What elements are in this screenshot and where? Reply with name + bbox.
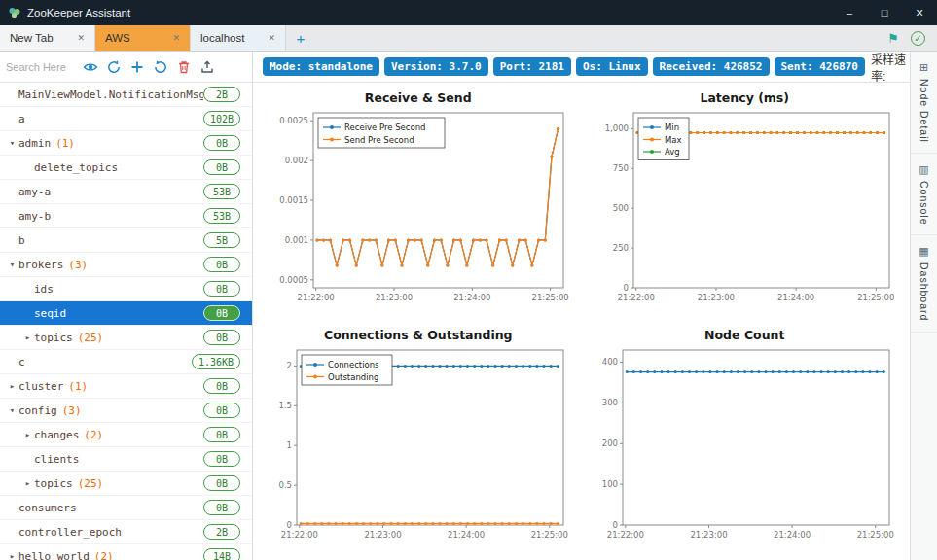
node-name: MainViewModel.NotificationMsg = e (18, 88, 203, 101)
size-badge: 102B (203, 111, 240, 126)
size-badge: 53B (203, 184, 240, 199)
svg-text:0: 0 (286, 519, 291, 529)
tree-row[interactable]: ▸cluster(1)0B (0, 374, 252, 399)
svg-text:1.5: 1.5 (278, 401, 292, 410)
node-name: admin (18, 137, 51, 150)
size-badge: 14B (203, 548, 240, 560)
tree-row[interactable]: a102B (0, 107, 252, 131)
close-icon[interactable]: ✕ (268, 33, 275, 43)
tree-row[interactable]: ▸changes(2)0B (0, 423, 252, 447)
sampling-rate-label: 采样速率: (871, 51, 908, 84)
app-window: ZooKeeper Assistant – □ ✕ New Tab ✕ AWS … (0, 0, 937, 560)
dashboard-panel: Mode: standaloneVersion: 3.7.0Port: 2181… (253, 52, 910, 560)
tree-row[interactable]: seqid0B (0, 301, 252, 326)
svg-text:21:24:00: 21:24:00 (448, 530, 485, 540)
delete-node-icon[interactable] (174, 57, 193, 76)
svg-text:750: 750 (613, 163, 629, 173)
tree-row[interactable]: controller_epoch2B (0, 520, 252, 544)
search-input[interactable] (6, 61, 76, 73)
check-glyph: ✓ (914, 33, 921, 44)
chart-plot: 02505007501,00021:22:0021:23:0021:24:002… (591, 107, 898, 313)
tab-console[interactable]: ▥ Console (911, 154, 937, 236)
svg-text:0.002: 0.002 (284, 156, 307, 165)
child-count: (3) (68, 259, 88, 271)
tree-row[interactable]: c1.36KB (0, 350, 252, 374)
svg-text:0.5: 0.5 (278, 479, 292, 489)
child-count: (25) (78, 332, 104, 344)
flag-icon[interactable]: ⚑ (887, 31, 899, 46)
window-title: ZooKeeper Assistant (27, 7, 130, 18)
svg-text:21:25:00: 21:25:00 (530, 530, 567, 540)
svg-text:21:25:00: 21:25:00 (857, 293, 894, 302)
minimize-button[interactable]: – (832, 0, 867, 25)
tree-row[interactable]: ids0B (0, 277, 252, 301)
tab-node-detail[interactable]: ⊞ Node Detail (911, 52, 937, 154)
node-name: ids (34, 283, 54, 296)
node-tree-panel: MainViewModel.NotificationMsg = e2Ba102B… (0, 52, 253, 560)
node-name: clients (34, 453, 79, 466)
size-badge: 0B (203, 330, 240, 345)
svg-text:21:24:00: 21:24:00 (453, 293, 490, 302)
chart-panel-1: Latency (ms)02505007501,00021:22:0021:23… (590, 90, 901, 316)
export-icon[interactable] (198, 57, 216, 76)
tree-row[interactable]: amy-a53B (0, 180, 252, 204)
tree-row[interactable]: ▸topics(25)0B (0, 326, 252, 350)
chevron-down-icon[interactable]: ▾ (6, 138, 18, 148)
svg-text:Max: Max (665, 135, 682, 145)
close-button[interactable]: ✕ (902, 0, 937, 25)
svg-text:Min: Min (665, 122, 679, 132)
tree-row[interactable]: delete_topics0B (0, 156, 252, 180)
tab-localhost[interactable]: localhost ✕ (191, 25, 286, 51)
chevron-right-icon[interactable]: ▸ (6, 551, 18, 560)
tree-row[interactable]: ▾config(3)0B (0, 399, 252, 423)
tree-row[interactable]: ▸hello_world(2)14B (0, 544, 252, 560)
tree-row[interactable]: amy-b53B (0, 204, 252, 228)
tab-new-tab[interactable]: New Tab ✕ (0, 25, 95, 51)
svg-text:200: 200 (602, 438, 618, 448)
tree-row[interactable]: b5B (0, 228, 252, 253)
svg-text:0.001: 0.001 (284, 235, 307, 245)
svg-text:21:23:00: 21:23:00 (698, 293, 735, 302)
status-badge: Os: Linux (576, 57, 648, 76)
size-badge: 1.36KB (192, 354, 240, 369)
eye-icon[interactable] (81, 57, 99, 76)
chevron-down-icon[interactable]: ▾ (6, 260, 18, 269)
refresh-icon[interactable] (104, 57, 123, 76)
chevron-right-icon[interactable]: ▸ (21, 430, 34, 439)
chevron-down-icon[interactable]: ▾ (6, 405, 18, 415)
maximize-button[interactable]: □ (867, 0, 902, 25)
node-name: a (18, 113, 25, 125)
svg-text:21:24:00: 21:24:00 (777, 293, 814, 302)
chart-title: Latency (ms) (700, 90, 789, 107)
status-badge: Sent: 426870 (775, 57, 865, 76)
node-name: controller_epoch (18, 526, 122, 539)
tab-dashboard[interactable]: ▦ Dashboard (911, 235, 937, 332)
tree-row[interactable]: ▾brokers(3)0B (0, 253, 252, 277)
add-tab-button[interactable]: + (286, 25, 315, 51)
node-name: delete_topics (34, 161, 118, 174)
node-name: topics (34, 477, 73, 490)
tree-row[interactable]: consumers0B (0, 496, 252, 520)
tree-row[interactable]: ▸topics(25)0B (0, 472, 252, 496)
connected-check-icon[interactable]: ✓ (911, 31, 925, 46)
tab-aws[interactable]: AWS ✕ (95, 25, 191, 51)
svg-text:2: 2 (286, 361, 291, 370)
svg-text:0: 0 (624, 283, 629, 293)
tree-row[interactable]: ▾admin(1)0B (0, 131, 252, 156)
chevron-right-icon[interactable]: ▸ (6, 381, 18, 391)
close-icon[interactable]: ✕ (172, 33, 180, 43)
svg-text:Send Pre Second: Send Pre Second (344, 135, 414, 145)
tree-row[interactable]: MainViewModel.NotificationMsg = e2B (0, 83, 252, 107)
close-icon[interactable]: ✕ (77, 33, 85, 43)
status-badge: Received: 426852 (653, 57, 770, 76)
node-name: changes (34, 429, 79, 441)
tree-row[interactable]: clients0B (0, 447, 252, 472)
size-badge: 0B (203, 451, 240, 467)
add-node-icon[interactable] (127, 57, 146, 76)
status-badges: Mode: standaloneVersion: 3.7.0Port: 2181… (263, 57, 865, 76)
redo-icon[interactable] (151, 57, 169, 76)
chevron-right-icon[interactable]: ▸ (21, 332, 34, 342)
svg-text:300: 300 (602, 398, 618, 407)
chart-panel-2: Connections & Outstanding00.511.5221:22:… (263, 328, 574, 553)
chevron-right-icon[interactable]: ▸ (21, 478, 34, 488)
